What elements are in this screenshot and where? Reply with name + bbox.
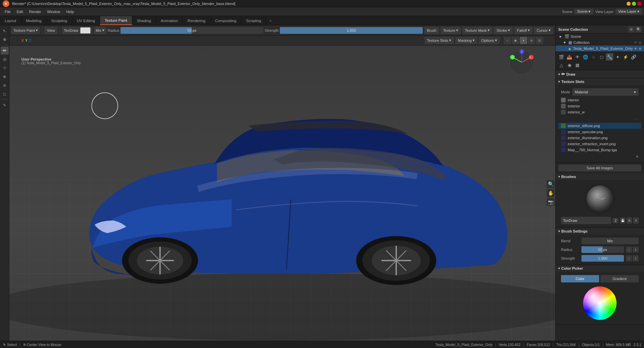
options-btn[interactable]: Options ▾ [479,37,500,44]
radius-pressure-icon[interactable]: ↕ [626,247,632,253]
view-menu[interactable]: View [44,27,58,34]
prop-output-icon[interactable]: 📤 [566,53,573,61]
annotate-tool[interactable]: ✎ [1,101,9,109]
fill-tool[interactable]: ⊘ [1,81,9,89]
brush-save-icon[interactable]: 💾 [620,217,625,224]
blend-mode[interactable]: Mix ▾ [94,27,106,34]
tab-sculpting[interactable]: Sculpting [47,16,72,25]
color-tab[interactable]: Color [561,275,599,282]
prop-physics-icon[interactable]: ⚡ [622,53,629,61]
cursor-tool[interactable]: ⊕ [1,35,9,44]
img-exterior-refraction[interactable]: exterior_refraction_invert.png [558,141,641,147]
color-picker-header[interactable]: ▾ Color Picker [556,265,644,272]
prop-render-icon[interactable]: 🎬 [558,53,565,61]
tab-texture-paint[interactable]: Texture Paint [100,16,132,25]
slot-interior[interactable]: interior [558,97,641,103]
img-exterior-diffuse[interactable]: exterior_diffuse.png [558,123,641,129]
tab-rendering[interactable]: Rendering [183,16,210,25]
add-texture-btn[interactable]: + [558,153,641,160]
brushes-header[interactable]: ▾ Brushes [556,173,644,180]
clone-tool[interactable]: ⊕ [1,73,9,81]
tree-item-scene[interactable]: ▸ 🎬 Scene [556,33,644,39]
tab-shading[interactable]: Shading [132,16,156,25]
model-visibility-eye[interactable]: 👁 [634,47,637,51]
blend-dropdown[interactable]: Mix [581,238,639,244]
radius-setting-slider[interactable]: 50 px [581,246,624,253]
tab-uv-editing[interactable]: UV Editing [72,16,100,25]
tab-scripting[interactable]: Scripting [241,16,266,25]
tab-compositing[interactable]: Compositing [210,16,241,25]
brush-btn[interactable]: Brush [424,27,439,34]
shading-material[interactable]: ◉ [512,37,519,44]
camera-icon[interactable]: 📷 [547,198,555,206]
shading-solid[interactable]: ○ [504,37,511,44]
brush-name-input[interactable] [561,217,611,224]
slot-exterior[interactable]: exterior [558,103,641,109]
add-brush-btn[interactable]: + [636,25,640,32]
radius-unity-icon[interactable]: 1 [633,247,639,253]
img-exterior-illumination[interactable]: exterior_illumination.png [558,135,641,141]
gradient-tab[interactable]: Gradient [600,275,639,282]
model-select-icon[interactable]: ⊕ [639,47,641,51]
texture-slots-header[interactable]: ▾ Texture Slots [556,78,644,85]
draw-header[interactable]: ▾ ✏ Draw [556,70,644,78]
prop-world-icon[interactable]: ○ [590,53,597,61]
brush-settings-header[interactable]: ▾ Brush Settings [556,228,644,235]
masking-btn[interactable]: Masking ▾ [455,37,477,44]
brush-duplicate-icon[interactable]: ⧉ [627,217,632,224]
strength-unity-icon[interactable]: 1 [633,255,639,261]
mode-selector[interactable]: Texture Paint ▾ [11,27,40,34]
prop-scene-icon[interactable]: 🌐 [582,53,589,61]
tab-modeling[interactable]: Modeling [21,16,47,25]
brush-delete-icon[interactable]: ✕ [633,217,639,224]
texture-btn[interactable]: Texture ▾ [440,27,461,34]
overlays-btn[interactable]: ⊚ [528,37,535,44]
scene-dropdown[interactable]: Scene ▾ [574,9,593,14]
prop-material-icon[interactable]: ◉ [566,61,573,69]
falloff-btn[interactable]: Falloff ▾ [514,27,533,34]
prop-view-icon[interactable]: 👁 [574,53,581,61]
menu-file[interactable]: File [2,9,13,14]
tab-animation[interactable]: Animation [156,16,183,25]
slots-menu-icon[interactable]: ⋯ [558,115,641,123]
hand-icon[interactable]: ✋ [547,189,555,197]
mask-tool[interactable]: ◻ [1,90,9,98]
navigation-gizmo[interactable]: X Y Z [508,49,535,76]
slot-exterior-w[interactable]: exterior_w [558,109,641,115]
xray-btn[interactable]: ⊟ [536,37,543,44]
menu-edit[interactable]: Edit [14,9,26,14]
tree-item-model[interactable]: ▲ Tesla_Model_S_Plaid_Exterior_Only 👁 ⊕ [556,46,644,52]
draw-tool[interactable]: ✏ [1,47,9,55]
prop-data-icon[interactable]: △ [558,61,565,69]
prop-texture-icon[interactable]: ▦ [574,61,581,69]
shading-rendered[interactable]: ● [520,37,527,44]
smear-tool[interactable]: ▽ [1,64,9,72]
soften-tool[interactable]: ◎ [1,55,9,63]
view-layer-dropdown[interactable]: View Layer ▾ [616,9,642,14]
viewport-canvas[interactable]: User Perspective (1) Tesla_Model_S_Plaid… [9,46,555,341]
collection-visibility-cursor[interactable]: ⊕ [639,41,641,45]
strength-setting-slider[interactable]: 1.000 [581,255,624,262]
texture-slots-btn[interactable]: Texture Slots ▾ [424,37,454,44]
stroke-btn[interactable]: Stroke ▾ [494,27,513,34]
img-normal-map[interactable]: Map__760_Normal_Bump.tga [558,147,641,153]
prop-object-icon[interactable]: ◻ [598,53,605,61]
minimize-btn[interactable] [627,2,631,6]
menu-render[interactable]: Render [26,9,44,14]
img-exterior-specular[interactable]: exterior_specular.png [558,129,641,135]
cursor-btn[interactable]: Cursor ▾ [534,27,553,34]
menu-window[interactable]: Window [45,9,63,14]
brush-selector[interactable]: TexDraw [62,27,92,34]
prop-constraints-icon[interactable]: 🔗 [630,53,637,61]
close-btn[interactable] [637,2,641,6]
radius-slider[interactable]: 50 px [120,27,263,34]
maximize-btn[interactable] [632,2,636,6]
menu-help[interactable]: Help [64,9,77,14]
add-workspace-btn[interactable]: + [266,16,275,25]
texture-mask-btn[interactable]: Texture Mask ▾ [462,27,492,34]
zoom-in-icon[interactable]: 🔍 [547,180,555,188]
collection-visibility-eye[interactable]: 👁 [634,41,637,45]
tab-layout[interactable]: Layout [0,16,21,25]
tree-item-collection[interactable]: ▾ ▦ Collection 👁 ⊕ [556,39,644,46]
filter-icon[interactable]: ⚙ [628,26,634,32]
